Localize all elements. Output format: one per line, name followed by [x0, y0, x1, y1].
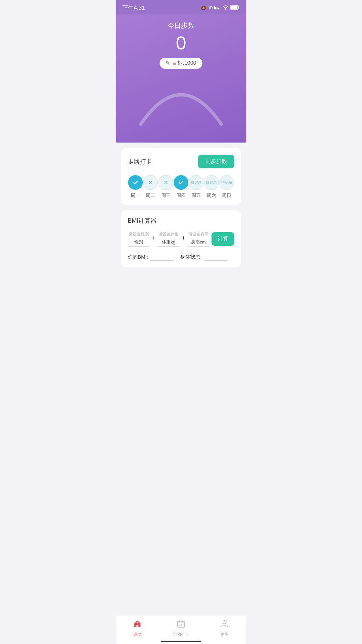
- bmi-result-value: [150, 253, 174, 261]
- day-circle-fri: 待记录: [189, 175, 203, 190]
- sport-icon: [133, 620, 142, 630]
- nav-label-more: 更多: [221, 632, 229, 637]
- svg-rect-4: [218, 8, 219, 9]
- bmi-inputs: 请设置性别 性别 + 请设置体重 体重kg + 请设置身高 身高cm 计算: [128, 231, 234, 247]
- bmi-value-item: 你的BMI:: [128, 253, 174, 261]
- svg-point-8: [137, 622, 138, 624]
- plus-2: +: [182, 235, 185, 243]
- day-label-mon: 周一: [131, 193, 140, 199]
- day-label-thu: 周四: [176, 193, 186, 199]
- day-item-fri: 待记录 周五: [189, 175, 204, 199]
- bmi-result: 你的BMI: 身体状态:: [128, 253, 234, 261]
- day-circle-sun: 待记录: [219, 175, 234, 190]
- walk-header: 走路打卡 同步步数: [128, 155, 234, 168]
- home-indicator: [161, 641, 201, 642]
- svg-rect-6: [238, 6, 239, 8]
- bottom-nav: 运动 运动打卡 更多: [116, 616, 246, 644]
- svg-rect-2: [215, 7, 216, 9]
- day-item-mon: 周一: [128, 175, 143, 199]
- nav-item-checkin[interactable]: 运动打卡: [159, 620, 203, 637]
- nav-item-sport[interactable]: 运动: [116, 620, 159, 637]
- status-time: 下午4:31: [122, 4, 145, 12]
- nav-label-checkin: 运动打卡: [173, 632, 189, 637]
- day-item-thu: 周四: [173, 175, 188, 199]
- day-label-sat: 周六: [207, 193, 216, 199]
- battery-icon: [230, 5, 240, 11]
- day-circle-sat: 待记录: [204, 175, 219, 190]
- day-item-sun: 待记录 周日: [219, 175, 234, 199]
- day-label-sun: 周日: [222, 193, 231, 199]
- svg-rect-3: [217, 7, 218, 9]
- weight-value[interactable]: 体重kg: [158, 238, 180, 247]
- svg-text:HD: HD: [207, 6, 213, 10]
- hero-section: 今日步数 0 ✎ 目标:1000: [116, 14, 246, 143]
- svg-rect-7: [231, 6, 238, 9]
- bmi-label: 你的BMI:: [128, 254, 148, 260]
- day-label-fri: 周五: [191, 193, 201, 199]
- day-circle-wed: [159, 175, 173, 190]
- calculate-button[interactable]: 计算: [212, 232, 234, 246]
- day-circle-thu: [174, 175, 188, 190]
- nav-item-more[interactable]: 更多: [203, 620, 246, 637]
- goal-text: 目标:1000: [172, 60, 196, 67]
- svg-point-10: [223, 621, 226, 624]
- bmi-status-value: [204, 253, 227, 261]
- wifi-icon: [222, 5, 229, 11]
- day-item-sat: 待记录 周六: [204, 175, 219, 199]
- more-icon: [220, 620, 229, 630]
- plus-1: +: [152, 235, 156, 243]
- nav-label-sport: 运动: [133, 632, 141, 637]
- walk-title: 走路打卡: [128, 158, 152, 166]
- hero-goal[interactable]: ✎ 目标:1000: [160, 58, 202, 69]
- height-value[interactable]: 身高cm: [187, 238, 209, 247]
- gender-field[interactable]: 请设置性别 性别: [128, 231, 150, 247]
- status-bar: 下午4:31 🔕 HD: [116, 0, 246, 14]
- height-field[interactable]: 请设置身高 身高cm: [187, 231, 209, 247]
- bmi-title: BMI计算器: [128, 217, 234, 225]
- gender-value[interactable]: 性别: [128, 238, 150, 247]
- walk-checkin-card: 走路打卡 同步步数 周一 周二 周: [121, 148, 241, 205]
- notification-icon: 🔕: [201, 5, 206, 10]
- day-label-wed: 周三: [161, 193, 171, 199]
- height-placeholder: 请设置身高: [188, 231, 208, 237]
- weight-field[interactable]: 请设置体重 体重kg: [158, 231, 180, 247]
- bmi-card: BMI计算器 请设置性别 性别 + 请设置体重 体重kg + 请设置身高 身高c…: [121, 210, 241, 267]
- day-circle-tue: [143, 175, 158, 190]
- edit-icon: ✎: [166, 60, 170, 66]
- svg-rect-1: [214, 6, 215, 9]
- day-label-tue: 周二: [146, 193, 155, 199]
- sync-steps-button[interactable]: 同步步数: [198, 155, 234, 168]
- days-row: 周一 周二 周三 周四: [128, 175, 234, 199]
- svg-rect-9: [178, 621, 184, 627]
- main-content: 走路打卡 同步步数 周一 周二 周: [116, 143, 246, 306]
- day-item-tue: 周二: [143, 175, 158, 199]
- bmi-status-item: 身体状态:: [180, 253, 227, 261]
- checkin-icon: [177, 620, 185, 630]
- day-item-wed: 周三: [158, 175, 173, 199]
- bmi-status-label: 身体状态:: [180, 254, 202, 260]
- signal-icon: HD: [207, 5, 221, 11]
- day-circle-mon: [128, 175, 143, 190]
- weight-placeholder: 请设置体重: [159, 231, 179, 237]
- gender-placeholder: 请设置性别: [129, 231, 149, 237]
- status-icons: 🔕 HD: [201, 5, 240, 11]
- step-arc: [134, 75, 228, 122]
- hero-title: 今日步数: [122, 21, 240, 30]
- hero-steps: 0: [122, 34, 240, 52]
